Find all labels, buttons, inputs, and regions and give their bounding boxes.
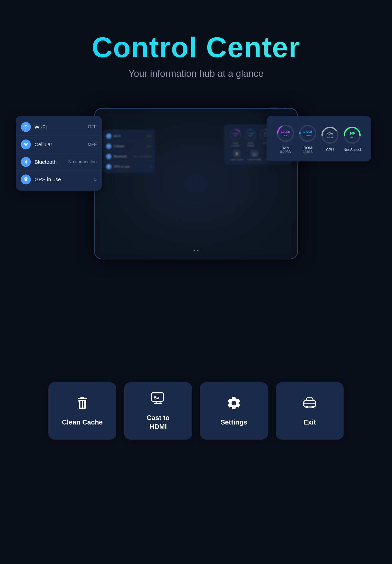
- screen-gps-status: 5: [150, 165, 152, 168]
- stats-row: 1.30GB USED RAM 8.00GB: [274, 124, 363, 154]
- screen-bluetooth-icon: [106, 154, 112, 159]
- cellular-status: OFF: [88, 142, 97, 147]
- screen-rom-label: ROM128GB: [247, 142, 254, 147]
- screen-gps-row: GPS in use 5: [103, 162, 155, 172]
- rom-total: 128GB: [303, 150, 313, 154]
- svg-point-20: [305, 406, 308, 408]
- screen-ram-value: 1.30GB USED: [232, 132, 239, 137]
- wifi-icon: [21, 122, 31, 132]
- cpu-value: 40% USED: [327, 132, 333, 138]
- bluetooth-row: Bluetooth No connection: [16, 153, 102, 171]
- screen-cellular-row: Cellular OFF: [103, 141, 155, 152]
- rom-circle: 1.72GB USED: [298, 124, 318, 143]
- cast-to-hdmi-button[interactable]: B A Cast to HDMI: [124, 382, 192, 440]
- page-title: Control Center: [0, 31, 392, 63]
- network-panel-large: Wi-Fi OFF Cellular OFF: [16, 116, 102, 191]
- bluetooth-label: Bluetooth: [34, 159, 68, 165]
- gps-row: GPS in use 5: [16, 171, 102, 188]
- bluetooth-icon: [21, 157, 31, 167]
- exit-label: Exit: [303, 418, 316, 427]
- screen-network-panel: Wi-Fi OFF Cellular OFF Blu: [103, 130, 155, 173]
- screen-cast-label: Cast to HDMI: [247, 158, 262, 161]
- header-section: Control Center Your information hub at a…: [0, 0, 392, 95]
- cast-to-hdmi-icon: B A: [150, 391, 166, 409]
- ram-circle: 1.30GB USED: [276, 124, 295, 143]
- bluetooth-status: No connection: [68, 159, 97, 165]
- exit-button[interactable]: Exit: [276, 382, 344, 440]
- net-label: Net Speed: [343, 148, 361, 152]
- screen-ram-label: RAM8.00GB: [231, 142, 239, 147]
- net-stat: 100 KB/s Net Speed: [342, 125, 362, 152]
- wifi-row: Wi-Fi OFF: [16, 118, 102, 136]
- screen-wifi-icon: [106, 133, 112, 139]
- screen-clean-cache-icon: 🗑: [233, 150, 241, 158]
- wifi-status: OFF: [88, 124, 97, 130]
- screen-cellular-icon: [106, 143, 112, 149]
- chevron-up-icon: ⌃⌃: [192, 248, 200, 255]
- screen-cast-icon: 📺: [251, 150, 258, 158]
- exit-icon: [302, 395, 318, 413]
- rom-value: 1.72GB USED: [303, 130, 312, 137]
- clean-cache-label: Clean Cache: [62, 418, 103, 427]
- cellular-row: Cellular OFF: [16, 136, 102, 153]
- screen-ram-circle: 1.30GB USED: [229, 128, 242, 141]
- screen-cellular-label: Cellular: [114, 144, 146, 148]
- screen-gps-label: GPS in use: [114, 165, 150, 168]
- net-circle: 100 KB/s: [342, 125, 362, 145]
- screen-wifi-status: OFF: [146, 135, 152, 138]
- cellular-icon: [21, 139, 31, 149]
- main-content: Wi-Fi OFF Cellular OFF: [0, 95, 392, 461]
- rom-label: ROM: [303, 146, 312, 150]
- cpu-stat: 40% USED CPU: [320, 125, 340, 152]
- screen-cellular-status: OFF: [146, 145, 152, 148]
- screen-bluetooth-label: Bluetooth: [114, 155, 134, 158]
- cast-to-hdmi-label: Cast to HDMI: [147, 414, 170, 431]
- settings-button[interactable]: Settings: [200, 382, 268, 440]
- gps-status: 5: [94, 177, 97, 182]
- settings-label: Settings: [221, 418, 247, 427]
- screen-clean-cache-btn[interactable]: 🗑 Clean Cache: [230, 150, 244, 161]
- net-value: 100 KB/s: [349, 132, 355, 139]
- screen-rom-circle: 1.72GB USED: [244, 128, 257, 141]
- svg-point-21: [311, 406, 314, 408]
- ram-label: RAM: [281, 146, 290, 150]
- device-area: Wi-Fi OFF Cellular OFF: [0, 95, 392, 278]
- rom-stat: 1.72GB USED ROM 128GB: [298, 124, 318, 154]
- page-subtitle: Your information hub at a glance: [0, 68, 392, 79]
- svg-text:B: B: [154, 395, 157, 400]
- screen-rom-stat: 1.72GB USED ROM128GB: [244, 128, 257, 147]
- settings-icon: [226, 395, 242, 413]
- cellular-label: Cellular: [34, 142, 88, 148]
- screen-bluetooth-row: Bluetooth No connection: [103, 152, 155, 162]
- cpu-label: CPU: [326, 148, 334, 152]
- screen-rom-value: 1.72GB USED: [247, 132, 253, 137]
- screen-clean-cache-label: Clean Cache: [230, 158, 244, 161]
- gps-icon: [21, 175, 31, 184]
- wifi-label: Wi-Fi: [34, 124, 88, 130]
- gps-label: GPS in use: [34, 177, 94, 183]
- screen-gps-icon: [106, 164, 112, 170]
- screen-ram-stat: 1.30GB USED RAM8.00GB: [229, 128, 242, 147]
- bottom-actions: Clean Cache B A Cast to HDMI Settings: [39, 382, 353, 440]
- ram-total: 8.00GB: [280, 150, 291, 154]
- clean-cache-icon: [74, 395, 90, 413]
- clean-cache-button[interactable]: Clean Cache: [48, 382, 116, 440]
- stats-panel-large: 1.30GB USED RAM 8.00GB: [267, 116, 371, 161]
- screen-cast-btn[interactable]: 📺 Cast to HDMI: [247, 150, 262, 161]
- svg-text:A: A: [157, 396, 159, 400]
- screen-wifi-label: Wi-Fi: [114, 134, 146, 138]
- ram-stat: 1.30GB USED RAM 8.00GB: [276, 124, 295, 154]
- cpu-circle: 40% USED: [320, 125, 340, 145]
- screen-bluetooth-status: No connection: [134, 155, 152, 158]
- screen-wifi-row: Wi-Fi OFF: [103, 131, 155, 141]
- ram-value: 1.30GB USED: [281, 130, 290, 137]
